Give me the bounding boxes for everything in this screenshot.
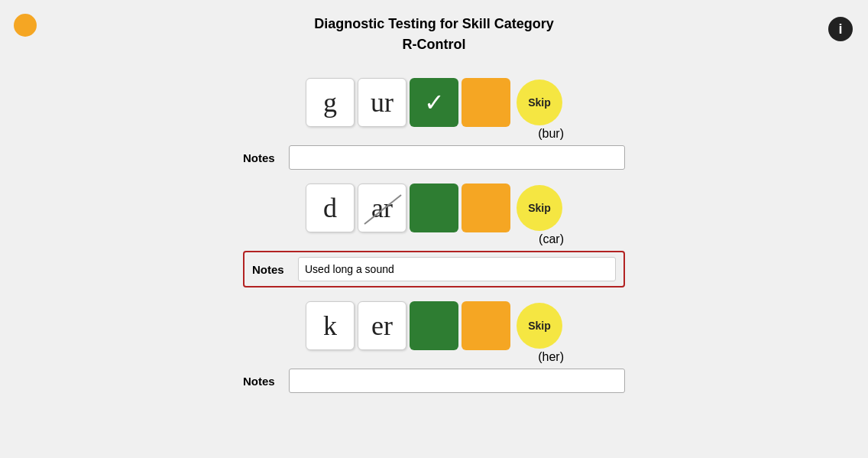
orange-button-gur[interactable]	[462, 78, 510, 127]
notes-row-dar: Notes	[243, 251, 625, 287]
word-items-gur: g ur ✓ Skip	[306, 78, 562, 127]
skip-button-gur[interactable]: Skip	[517, 80, 562, 125]
green-correct-button-dar[interactable]: ✓	[410, 184, 458, 232]
word-items-dar: d ar ✓ Skip	[306, 184, 562, 232]
skip-button-dar[interactable]: Skip	[517, 185, 562, 231]
hint-dar: (car)	[304, 232, 564, 246]
word-items-ker: k er ✓ Skip	[306, 301, 562, 350]
notes-row-gur: Notes	[243, 145, 625, 170]
word-block-ker: k er ✓ Skip (her)	[0, 301, 868, 364]
hint-gur: (bur)	[304, 127, 564, 141]
notes-row-ker: Notes	[243, 369, 625, 393]
notes-label-gur: Notes	[243, 151, 281, 164]
letter-tile-er: er	[358, 301, 406, 350]
green-correct-button-gur[interactable]: ✓	[410, 78, 458, 127]
word-block-dar: d ar ✓ Skip (car)	[0, 184, 868, 246]
notes-input-ker[interactable]	[289, 369, 625, 393]
letter-tile-g: g	[306, 78, 355, 127]
hint-ker: (her)	[304, 350, 564, 364]
letter-tile-d: d	[306, 184, 355, 232]
letter-tile-ur: ur	[358, 78, 406, 127]
orange-button-ker[interactable]	[462, 301, 510, 350]
letter-tile-ar: ar	[358, 184, 406, 232]
word-block-gur: g ur ✓ Skip (bur)	[0, 78, 868, 141]
notes-label-dar: Notes	[252, 263, 290, 276]
page-header: Diagnostic Testing for Skill Category R-…	[0, 0, 868, 63]
green-correct-button-ker[interactable]: ✓	[410, 301, 458, 350]
orange-button-dar[interactable]	[462, 184, 510, 232]
info-button[interactable]: i	[828, 17, 853, 41]
letter-tile-k: k	[306, 301, 355, 350]
checkmark-icon: ✓	[424, 88, 445, 117]
orange-indicator	[14, 14, 37, 37]
notes-input-gur[interactable]	[289, 145, 625, 170]
notes-input-dar[interactable]	[298, 257, 616, 281]
skip-button-ker[interactable]: Skip	[517, 303, 562, 349]
notes-label-ker: Notes	[243, 375, 281, 388]
